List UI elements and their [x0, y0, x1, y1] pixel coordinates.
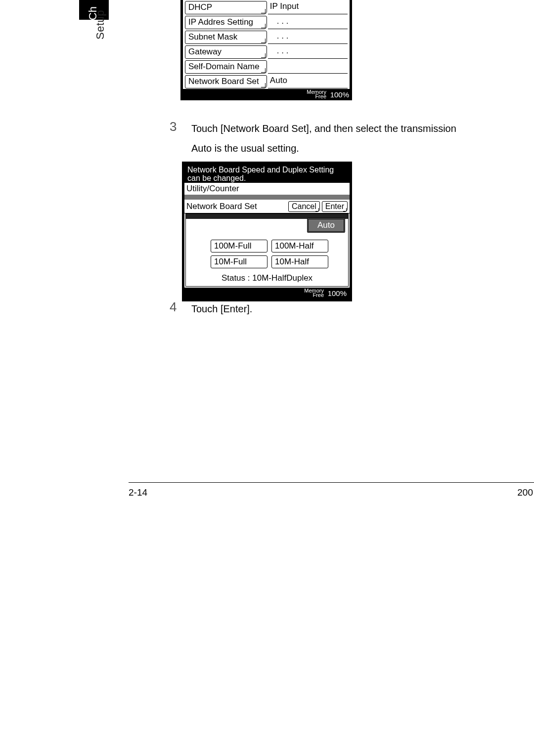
network-board-set-button[interactable]: Network Board Set	[185, 75, 267, 88]
cancel-button[interactable]: Cancel	[288, 201, 320, 212]
memory-bar: Memory Free 100%	[180, 89, 352, 100]
option-100m-half[interactable]: 100M-Half	[271, 240, 328, 252]
dialog-header: Network Board Speed and Duplex Setting c…	[184, 164, 350, 183]
dialog-header-line-2: can be changed.	[187, 174, 347, 182]
ip-address-value: . . .	[268, 15, 348, 29]
step-3: 3 Touch [Network Board Set], and then se…	[171, 121, 534, 156]
dialog-body: Auto 100M-Full 100M-Half 10M-Full 10M-Ha…	[185, 213, 349, 287]
gateway-button[interactable]: Gateway	[185, 45, 267, 59]
network-board-set-dialog: Network Board Speed and Duplex Setting c…	[182, 162, 352, 301]
page: Ch Setup DHCP IP Input IP Addres Setting…	[0, 0, 534, 756]
enter-button[interactable]: Enter	[322, 201, 348, 212]
dialog-header-line-1: Network Board Speed and Duplex Setting	[187, 166, 347, 174]
option-10m-full[interactable]: 10M-Full	[211, 255, 267, 268]
memory-percent-2: 100%	[328, 289, 347, 297]
status-text: Status : 10M-HalfDuplex	[186, 271, 348, 285]
option-100m-full[interactable]: 100M-Full	[211, 240, 267, 252]
auto-button[interactable]: Auto	[307, 218, 345, 233]
option-10m-half[interactable]: 10M-Half	[271, 255, 328, 268]
ip-address-button[interactable]: IP Addres Setting	[185, 16, 267, 29]
subnet-mask-button[interactable]: Subnet Mask	[185, 31, 267, 44]
dialog-title: Network Board Set	[186, 202, 286, 211]
step-4-number: 4	[170, 299, 177, 314]
grey-divider	[184, 195, 350, 200]
network-board-set-value: Auto	[268, 75, 348, 88]
footer-rule	[129, 482, 534, 483]
step-3-number: 3	[170, 119, 177, 134]
utility-counter-label: Utility/Counter	[184, 183, 350, 195]
dhcp-value: IP Input	[268, 0, 348, 14]
setup-label: Setup	[94, 10, 107, 40]
step-3-line-2: Auto is the usual setting.	[191, 141, 534, 156]
dhcp-button[interactable]: DHCP	[185, 1, 267, 14]
step-3-line-1: Touch [Network Board Set], and then sele…	[191, 121, 534, 136]
memory-percent: 100%	[330, 90, 349, 99]
dialog-title-bar: Network Board Set Cancel Enter	[184, 200, 350, 213]
self-domain-button[interactable]: Self-Domain Name	[185, 60, 267, 74]
network-settings-panel: DHCP IP Input IP Addres Setting . . . Su…	[180, 0, 352, 100]
step-4-line-1: Touch [Enter].	[191, 301, 534, 316]
memory-bar-2: Memory Free 100%	[184, 288, 350, 299]
gateway-value: . . .	[268, 45, 348, 59]
memory-label-2b: Free	[312, 292, 324, 298]
step-4: 4 Touch [Enter].	[171, 301, 534, 316]
page-number-right: 200	[517, 487, 534, 498]
self-domain-value	[268, 60, 348, 74]
subnet-mask-value: . . .	[268, 30, 348, 44]
page-number-left: 2-14	[129, 487, 147, 498]
memory-label-2: Free	[315, 93, 326, 99]
